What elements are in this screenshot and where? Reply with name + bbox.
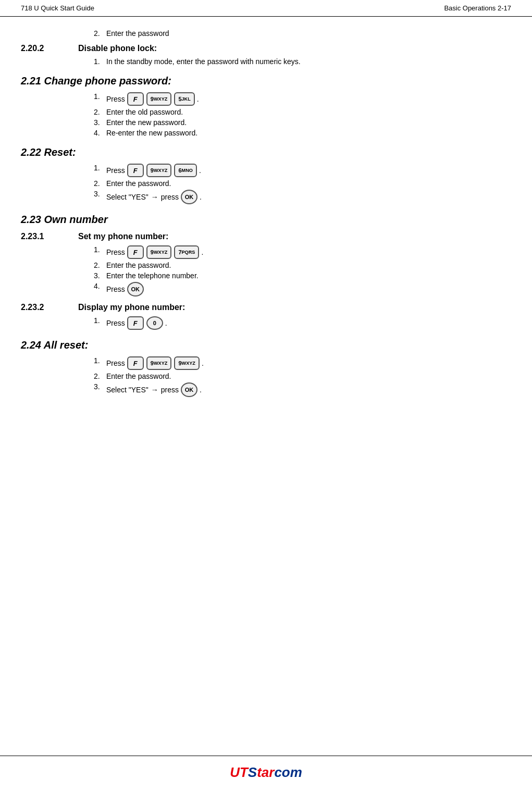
main-content: 2. Enter the password 2.20.2 Disable pho… <box>0 17 532 444</box>
section-2202-header: 2.20.2 Disable phone lock: <box>21 44 511 53</box>
step-suffix: . <box>197 95 199 103</box>
top-step-text: Enter the password <box>106 29 169 38</box>
step-suffix: . <box>199 166 201 175</box>
key-f-button: F <box>127 356 144 370</box>
list-item: 3. Enter the telephone number. <box>21 271 511 280</box>
step-content: Enter the new password. <box>106 118 187 127</box>
key-5jkl-button: 5JKL <box>174 92 194 106</box>
step-text: Enter the password. <box>106 179 171 188</box>
step-num: 1. <box>94 316 106 325</box>
key-9wxyz-button: 9WXYZ <box>146 245 172 259</box>
step-content: Press F 9WXYZ 6MNO . <box>106 164 201 177</box>
step-press-text: Press <box>106 248 125 256</box>
key-7pqrs-button: 7PQRS <box>174 245 199 259</box>
step-content: Re-enter the new password. <box>106 129 197 137</box>
section-2232-steps: 1. Press F 0 . <box>21 316 511 330</box>
arrow-icon: → <box>151 193 158 201</box>
step-content: Enter the password. <box>106 372 171 380</box>
key-9wxyz-button: 9WXYZ <box>146 92 172 106</box>
step-suffix: . <box>200 386 202 394</box>
list-item: 1. Press F 9WXYZ 9WXYZ . <box>21 356 511 370</box>
step-content: Enter the password. <box>106 261 171 269</box>
list-item: 1. Press F 9WXYZ 7PQRS . <box>21 245 511 259</box>
key-9wxyz-button-1: 9WXYZ <box>146 356 172 370</box>
section-2231-header: 2.23.1 Set my phone number: <box>21 232 511 241</box>
step-num: 4. <box>94 282 106 290</box>
section-2202-steps: 1. In the standby mode, enter the passwo… <box>21 57 511 66</box>
section-2232-title: Display my phone number: <box>78 303 185 312</box>
step-content: In the standby mode, enter the password … <box>106 57 301 66</box>
step-content: Enter the telephone number. <box>106 271 199 280</box>
section-222-steps: 1. Press F 9WXYZ 6MNO . 2. Enter the pas… <box>21 164 511 204</box>
step-num: 2. <box>94 372 106 380</box>
step-text: Select "YES" <box>106 193 149 201</box>
list-item: 1. Press F 9WXYZ 5JKL . <box>21 92 511 106</box>
section-2232-header: 2.23.2 Display my phone number: <box>21 303 511 312</box>
section-224-steps: 1. Press F 9WXYZ 9WXYZ . 2. Enter the pa… <box>21 356 511 397</box>
key-f-button: F <box>127 92 144 106</box>
key-f-button: F <box>127 316 144 330</box>
list-item: 1. Press F 0 . <box>21 316 511 330</box>
page-footer: UT Starcom <box>0 756 532 791</box>
step-num: 2. <box>94 108 106 116</box>
step-text: In the standby mode, enter the password … <box>106 57 301 66</box>
step-text: Enter the password. <box>106 372 171 380</box>
step-suffix: . <box>165 319 167 327</box>
list-item: 3. Select "YES" → press OK . <box>21 190 511 204</box>
step-press-text: Press <box>106 285 125 293</box>
step-press-text: Press <box>106 359 125 367</box>
list-item: 1. Press F 9WXYZ 6MNO . <box>21 164 511 177</box>
section-2232-num: 2.23.2 <box>21 303 78 312</box>
list-item: 4. Press OK <box>21 282 511 296</box>
step-text: Enter the new password. <box>106 118 187 127</box>
step-content: Press F 9WXYZ 5JKL . <box>106 92 199 106</box>
step-content: Select "YES" → press OK . <box>106 382 202 397</box>
list-item: 4. Re-enter the new password. <box>21 129 511 137</box>
section-221-title: 2.21 Change phone password: <box>21 75 511 87</box>
section-2202-num: 2.20.2 <box>21 44 78 53</box>
logo-ut: UT <box>230 764 248 781</box>
step-content: Press F 9WXYZ 7PQRS . <box>106 245 203 259</box>
key-9wxyz-button: 9WXYZ <box>146 164 172 177</box>
section-2231-title: Set my phone number: <box>78 232 168 241</box>
key-ok-button: OK <box>181 190 197 204</box>
key-6mno-button: 6MNO <box>174 164 197 177</box>
step-press-text: press <box>161 386 179 394</box>
key-9wxyz-button-2: 9WXYZ <box>174 356 200 370</box>
step-suffix: . <box>200 193 202 201</box>
step-num: 1. <box>94 245 106 254</box>
step-press-text: Press <box>106 319 125 327</box>
section-223-title: 2.23 Own number <box>21 214 511 226</box>
step-press-text: press <box>161 193 179 201</box>
step-content: Enter the old password. <box>106 108 183 116</box>
list-item: 1. In the standby mode, enter the passwo… <box>21 57 511 66</box>
step-content: Press F 9WXYZ 9WXYZ . <box>106 356 204 370</box>
list-item: 2. Enter the old password. <box>21 108 511 116</box>
step-num: 1. <box>94 164 106 172</box>
top-step-num: 2. <box>94 29 106 38</box>
step-text: Re-enter the new password. <box>106 129 197 137</box>
step-content: Select "YES" → press OK . <box>106 190 202 204</box>
section-221-steps: 1. Press F 9WXYZ 5JKL . 2. Enter the old… <box>21 92 511 137</box>
section-222-title: 2.22 Reset: <box>21 146 511 158</box>
step-text: Select "YES" <box>106 386 149 394</box>
step-num: 3. <box>94 190 106 198</box>
section-224-title: 2.24 All reset: <box>21 339 511 351</box>
list-item: 3. Enter the new password. <box>21 118 511 127</box>
list-item: 2. Enter the password. <box>21 372 511 380</box>
step-num: 3. <box>94 271 106 280</box>
step-content: Press OK <box>106 282 144 296</box>
step-num: 3. <box>94 382 106 391</box>
step-num: 1. <box>94 356 106 365</box>
step-num: 2. <box>94 179 106 188</box>
key-ok-button: OK <box>181 382 197 397</box>
step-text: Enter the telephone number. <box>106 271 199 280</box>
step-content: Press F 0 . <box>106 316 167 330</box>
step-press-text: Press <box>106 95 125 103</box>
key-0-button: 0 <box>146 316 163 330</box>
logo: UT Starcom <box>230 764 302 781</box>
arrow-icon: → <box>151 386 158 394</box>
page-header: 718 U Quick Start Guide Basic Operations… <box>0 0 532 17</box>
step-num: 4. <box>94 129 106 137</box>
step-text: Enter the old password. <box>106 108 183 116</box>
